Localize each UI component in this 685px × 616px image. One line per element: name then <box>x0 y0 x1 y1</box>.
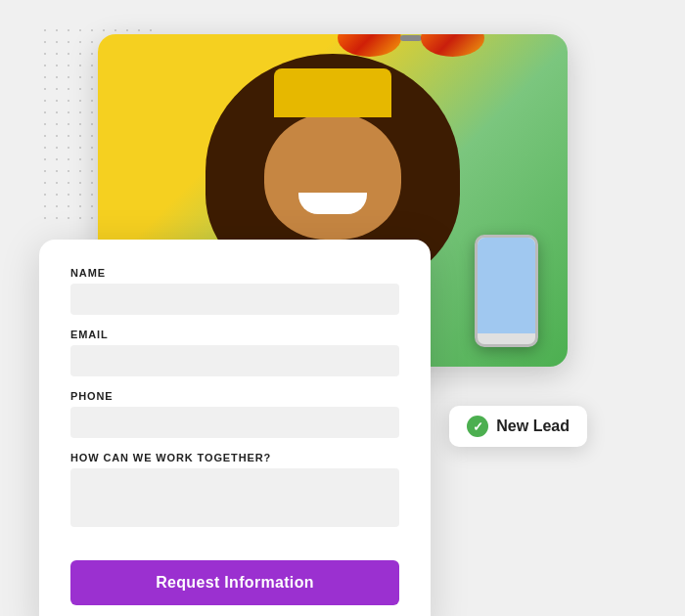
hat <box>274 68 391 117</box>
phone-screen <box>478 238 535 333</box>
name-input[interactable] <box>70 284 399 315</box>
phone-input[interactable] <box>70 407 399 438</box>
badge-check-icon: ✓ <box>467 416 488 437</box>
smile <box>294 193 372 222</box>
submit-button[interactable]: Request Information <box>70 560 399 605</box>
name-field-group: NAME <box>70 267 399 315</box>
phone-label: PHONE <box>70 390 399 402</box>
badge-label: New Lead <box>496 418 570 435</box>
email-field-group: EMAIL <box>70 329 399 376</box>
held-phone <box>475 235 538 347</box>
glasses-bridge <box>400 35 422 41</box>
phone-field-group: PHONE <box>70 390 399 438</box>
name-label: NAME <box>70 267 399 279</box>
new-lead-badge: ✓ New Lead <box>449 406 587 447</box>
teeth <box>298 193 367 214</box>
lens-right <box>421 34 484 57</box>
message-field-group: HOW CAN WE WORK TOGETHER? <box>70 452 399 531</box>
email-label: EMAIL <box>70 329 399 340</box>
message-label: HOW CAN WE WORK TOGETHER? <box>70 452 399 463</box>
sunglasses <box>333 34 489 59</box>
email-input[interactable] <box>70 345 399 376</box>
scene: NAME EMAIL PHONE HOW CAN WE WORK TOGETHE… <box>39 24 646 592</box>
lens-left <box>338 34 401 57</box>
form-card: NAME EMAIL PHONE HOW CAN WE WORK TOGETHE… <box>39 240 431 616</box>
message-input[interactable] <box>70 468 399 527</box>
